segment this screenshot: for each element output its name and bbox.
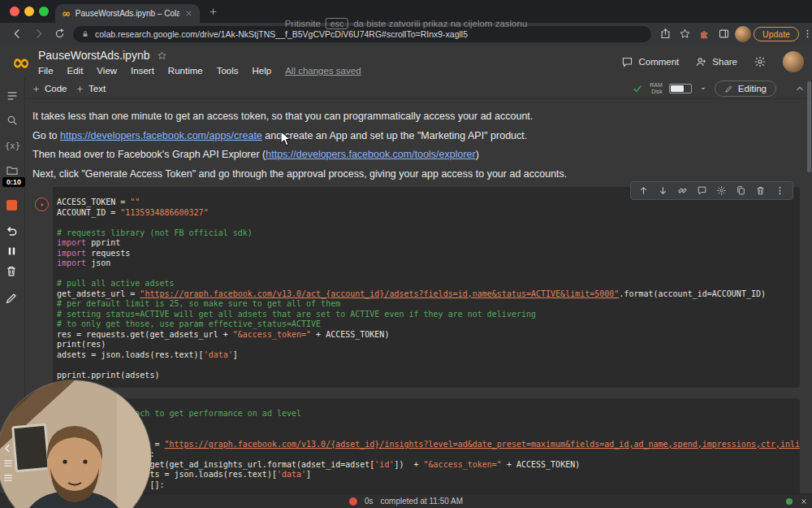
text-paragraph: It takes less than one minute to get an … — [32, 111, 763, 123]
editing-label: Editing — [738, 84, 767, 93]
editing-mode-button[interactable]: Editing — [715, 80, 776, 97]
recording-time-badge: 0:10 — [2, 177, 25, 187]
copy-cell-icon[interactable] — [736, 185, 746, 196]
search-icon[interactable] — [6, 114, 19, 127]
site-security-icon[interactable] — [81, 29, 89, 39]
code-editor[interactable]: ACCESS_TOKEN = ""ACCOUNT_ID = "113593488… — [53, 187, 800, 388]
statusbar-close-icon[interactable] — [800, 497, 808, 506]
browser-tab[interactable]: ∞ PauseWorstAds.ipynb – Colab — [55, 4, 200, 23]
code-editor[interactable]: # loop through each to get performance o… — [53, 398, 800, 493]
menu-runtime[interactable]: Runtime — [168, 66, 203, 76]
tab-close-icon[interactable] — [184, 9, 193, 18]
table-of-contents-icon[interactable] — [6, 89, 19, 102]
reload-button[interactable] — [54, 28, 66, 40]
comment-button[interactable]: Comment — [621, 56, 679, 68]
resources-dropdown-icon[interactable] — [698, 84, 708, 93]
menu-edit[interactable]: Edit — [67, 66, 84, 76]
resource-meter[interactable] — [669, 84, 692, 93]
more-cell-actions-icon[interactable] — [775, 185, 785, 196]
cell-toolbar — [630, 181, 793, 200]
move-cell-up-icon[interactable] — [638, 185, 649, 196]
cell-settings-icon[interactable] — [716, 185, 727, 196]
play-icon — [39, 202, 45, 208]
comment-label: Comment — [638, 57, 679, 67]
autosave-status-link[interactable]: All changes saved — [285, 66, 361, 76]
variables-icon[interactable]: {x} — [5, 141, 20, 150]
add-text-cell-button[interactable]: Text — [76, 78, 106, 99]
files-folder-icon[interactable] — [6, 164, 19, 177]
mouse-cursor — [280, 131, 292, 147]
recorder-list-icon[interactable] — [2, 472, 14, 484]
copy-cell-link-icon[interactable] — [677, 185, 688, 196]
pencil-icon — [724, 85, 733, 93]
recorder-undo-icon[interactable] — [4, 225, 19, 240]
run-cell-button[interactable] — [35, 198, 49, 211]
macos-close-button[interactable] — [10, 7, 19, 16]
share-people-icon — [695, 56, 707, 68]
recorder-stop-button[interactable] — [6, 200, 17, 211]
notebook-title[interactable]: PauseWorstAds.ipynb — [38, 49, 149, 62]
menu-insert[interactable]: Insert — [131, 66, 154, 76]
cell-gutter — [32, 187, 53, 388]
colab-logo-icon[interactable]: ∞ — [8, 49, 34, 75]
esc-key-badge: esc — [326, 18, 348, 29]
settings-gear-icon[interactable] — [754, 55, 767, 68]
recorder-menu-icon[interactable] — [2, 458, 14, 469]
page-scrollbar-thumb[interactable] — [807, 81, 811, 172]
menu-help[interactable]: Help — [253, 66, 272, 76]
panel-collapse-chevron-icon[interactable] — [2, 442, 14, 454]
comment-icon — [621, 56, 633, 68]
tab-title: PauseWorstAds.ipynb – Colab — [76, 9, 179, 18]
share-label: Share — [712, 57, 737, 67]
forward-button[interactable] — [32, 28, 45, 40]
plus-icon — [76, 85, 84, 93]
menu-tools[interactable]: Tools — [217, 66, 239, 76]
status-green-dot — [786, 498, 793, 505]
new-tab-button[interactable] — [208, 7, 218, 17]
add-text-label: Text — [89, 84, 106, 93]
resource-meter-fill — [671, 85, 684, 92]
chrome-update-button[interactable]: Update — [754, 27, 799, 41]
add-code-cell-button[interactable]: Code — [32, 78, 67, 99]
notebook-toolbar: Code Text RAMDisk Editing — [25, 78, 812, 99]
recorder-draw-icon[interactable] — [5, 292, 18, 305]
markdown-text-cell[interactable]: It takes less than one minute to get an … — [32, 111, 763, 187]
menu-view[interactable]: View — [97, 66, 117, 76]
fullscreen-exit-hint: Pritisnite esc da biste zatvorili prikaz… — [285, 18, 528, 29]
move-cell-down-icon[interactable] — [658, 185, 668, 196]
share-button[interactable]: Share — [695, 56, 737, 68]
execution-duration: 0s — [365, 497, 374, 506]
share-page-icon[interactable] — [659, 28, 672, 40]
macos-minimize-button[interactable] — [24, 7, 34, 16]
apps-create-link[interactable]: https://developers.facebook.com/apps/cre… — [60, 130, 262, 141]
menu-bar: File Edit View Insert Runtime Tools Help… — [38, 66, 361, 76]
code-cell-1[interactable]: ACCESS_TOKEN = ""ACCOUNT_ID = "113593488… — [32, 187, 800, 388]
collapse-header-icon[interactable] — [794, 83, 806, 94]
side-panel-icon[interactable] — [718, 28, 730, 40]
recorder-pause-icon[interactable] — [6, 245, 18, 258]
colab-profile-avatar[interactable] — [783, 51, 804, 72]
add-comment-icon[interactable] — [697, 185, 707, 196]
macos-fullscreen-button[interactable] — [39, 7, 49, 16]
colab-header: ∞ PauseWorstAds.ipynb File Edit View Ins… — [0, 46, 812, 78]
url-text: colab.research.google.com/drive/1Ak-NkSt… — [95, 29, 468, 39]
plus-icon — [32, 85, 41, 93]
browser-window: ∞ PauseWorstAds.ipynb – Colab colab.rese… — [0, 0, 812, 508]
browser-profile-avatar[interactable] — [735, 26, 751, 42]
back-button[interactable] — [11, 28, 24, 40]
colab-favicon-icon: ∞ — [62, 8, 71, 19]
star-notebook-icon[interactable] — [157, 50, 167, 61]
execution-completed-text: completed at 11:50 AM — [381, 497, 464, 506]
execution-status-dot — [349, 497, 357, 506]
delete-cell-icon[interactable] — [755, 185, 766, 196]
connected-check-icon — [632, 83, 643, 94]
add-code-label: Code — [45, 84, 67, 93]
graph-explorer-link[interactable]: https://developers.facebook.com/tools/ex… — [266, 149, 475, 160]
recorder-delete-icon[interactable] — [5, 264, 18, 278]
ram-disk-labels: RAMDisk — [650, 82, 663, 95]
extension-icon[interactable] — [698, 28, 710, 40]
browser-menu-kebab-icon[interactable] — [802, 28, 812, 40]
text-paragraph: Go to https://developers.facebook.com/ap… — [32, 130, 763, 142]
menu-file[interactable]: File — [38, 66, 54, 76]
bookmark-star-icon[interactable] — [679, 28, 691, 40]
